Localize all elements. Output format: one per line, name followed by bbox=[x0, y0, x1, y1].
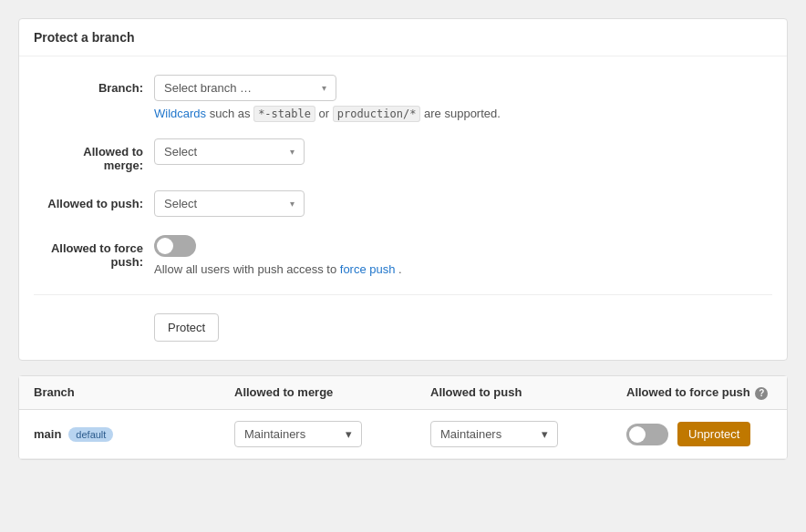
branch-cell: main default bbox=[34, 427, 234, 442]
form-title: Protect a branch bbox=[19, 19, 787, 56]
branch-name: main bbox=[34, 427, 61, 441]
branch-select[interactable]: Select branch … ▾ bbox=[154, 75, 336, 101]
merge-label: Allowed tomerge: bbox=[34, 138, 143, 172]
merge-control-wrap: Select ▾ bbox=[154, 138, 305, 165]
force-push-control-wrap: ✕ Allow all users with push access to fo… bbox=[154, 235, 402, 276]
branches-table: Branch Allowed to merge Allowed to push … bbox=[18, 375, 788, 460]
force-push-help-icon[interactable]: ? bbox=[755, 387, 768, 400]
force-push-link[interactable]: force push bbox=[340, 262, 396, 276]
merge-table-chevron-icon: ▾ bbox=[346, 427, 352, 441]
branch-select-value: Select branch … bbox=[164, 81, 252, 95]
force-push-help: Allow all users with push access to forc… bbox=[154, 262, 402, 276]
col-header-push: Allowed to push bbox=[430, 385, 626, 400]
push-select-chevron-icon: ▾ bbox=[290, 199, 294, 209]
col-header-merge: Allowed to merge bbox=[234, 385, 430, 400]
merge-select[interactable]: Select ▾ bbox=[154, 138, 305, 165]
row-force-push-toggle[interactable]: ✕ bbox=[626, 424, 668, 445]
branch-control-wrap: Select branch … ▾ Wildcards such as *-st… bbox=[154, 75, 501, 120]
push-table-select-value: Maintainers bbox=[440, 427, 501, 441]
push-cell: Maintainers ▾ bbox=[430, 421, 626, 447]
unprotect-button[interactable]: Unprotect bbox=[677, 422, 750, 446]
toggle-x-icon: ✕ bbox=[160, 240, 169, 252]
wildcards-link[interactable]: Wildcards bbox=[154, 107, 206, 120]
protect-button[interactable]: Protect bbox=[154, 313, 219, 342]
force-push-toggle[interactable]: ✕ bbox=[154, 235, 196, 257]
force-push-field-group: Allowed to forcepush: ✕ Allow all users … bbox=[34, 235, 772, 276]
push-select-value: Select bbox=[164, 197, 197, 210]
row-toggle-x-icon: ✕ bbox=[633, 428, 641, 440]
push-label: Allowed to push: bbox=[34, 190, 143, 210]
push-control-wrap: Select ▾ bbox=[154, 190, 305, 217]
col-header-branch: Branch bbox=[34, 385, 234, 400]
table-row: main default Maintainers ▾ Maintainers ▾ bbox=[19, 410, 787, 459]
protect-form-card: Protect a branch Branch: Select branch …… bbox=[18, 18, 788, 361]
branch-help-text: Wildcards such as *-stable or production… bbox=[154, 107, 501, 120]
form-divider bbox=[34, 294, 772, 295]
branch-field-group: Branch: Select branch … ▾ Wildcards such… bbox=[34, 75, 772, 120]
table-header-row: Branch Allowed to merge Allowed to push … bbox=[19, 376, 787, 410]
push-table-select[interactable]: Maintainers ▾ bbox=[430, 421, 558, 447]
merge-table-select[interactable]: Maintainers ▾ bbox=[234, 421, 362, 447]
form-title-text: Protect a branch bbox=[34, 30, 134, 45]
force-push-label: Allowed to forcepush: bbox=[34, 235, 143, 269]
push-field-group: Allowed to push: Select ▾ bbox=[34, 190, 772, 217]
actions-cell: ✕ Unprotect bbox=[626, 422, 772, 446]
merge-select-value: Select bbox=[164, 145, 197, 159]
branch-select-chevron-icon: ▾ bbox=[322, 83, 326, 93]
form-body: Branch: Select branch … ▾ Wildcards such… bbox=[19, 56, 787, 360]
push-table-chevron-icon: ▾ bbox=[542, 427, 548, 441]
merge-cell: Maintainers ▾ bbox=[234, 421, 430, 447]
default-badge: default bbox=[68, 427, 113, 442]
force-push-toggle-wrap: ✕ Allow all users with push access to fo… bbox=[154, 235, 402, 276]
branch-label: Branch: bbox=[34, 75, 143, 95]
merge-field-group: Allowed tomerge: Select ▾ bbox=[34, 138, 772, 172]
push-select[interactable]: Select ▾ bbox=[154, 190, 305, 217]
merge-table-select-value: Maintainers bbox=[244, 427, 305, 441]
col-header-force-push: Allowed to force push ? bbox=[626, 385, 772, 400]
merge-select-chevron-icon: ▾ bbox=[290, 147, 294, 157]
